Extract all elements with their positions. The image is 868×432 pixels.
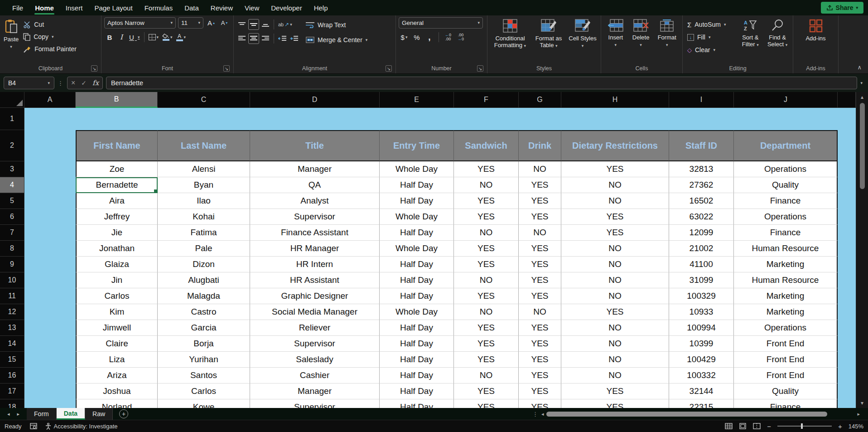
- delete-cells-button[interactable]: Delete▾: [629, 17, 653, 50]
- cell-C6[interactable]: Kohai: [158, 209, 250, 225]
- insert-cells-button[interactable]: Insert▾: [604, 17, 627, 50]
- cell-J15[interactable]: Front End: [734, 352, 838, 368]
- decrease-font-size-button[interactable]: A▾: [219, 18, 230, 29]
- cell-G3[interactable]: NO: [519, 161, 561, 177]
- row-header-17[interactable]: 17: [0, 383, 24, 399]
- cell-filler[interactable]: [838, 288, 856, 304]
- cell-I4[interactable]: 27362: [669, 177, 734, 193]
- cell-D8[interactable]: HR Manager: [250, 241, 380, 257]
- cell-B16[interactable]: Ariza: [76, 368, 158, 383]
- cell-styles-button[interactable]: Cell Styles ▾: [568, 17, 598, 51]
- menu-item-file[interactable]: File: [6, 0, 29, 15]
- share-button[interactable]: Share ▾: [821, 2, 863, 14]
- cell-C15[interactable]: Yurihan: [158, 352, 250, 368]
- fill-button[interactable]: ↓ Fill▾: [685, 32, 736, 43]
- cancel-entry-button[interactable]: ×: [71, 79, 75, 87]
- menu-item-formulas[interactable]: Formulas: [139, 0, 179, 15]
- cell-E4[interactable]: Half Day: [380, 177, 454, 193]
- horizontal-scrollbar-thumb[interactable]: [546, 412, 827, 417]
- cell-D4[interactable]: QA: [250, 177, 380, 193]
- cell-filler[interactable]: [838, 241, 856, 257]
- cell-H18[interactable]: YES: [561, 399, 669, 408]
- cell-F11[interactable]: YES: [454, 288, 519, 304]
- currency-format-button[interactable]: $▾: [399, 32, 410, 43]
- cell-C5[interactable]: Ilao: [158, 193, 250, 209]
- cell-I15[interactable]: 100429: [669, 352, 734, 368]
- zoom-out-button[interactable]: −: [767, 422, 771, 430]
- find-select-button[interactable]: Find & Select ▾: [765, 17, 790, 50]
- percent-format-button[interactable]: %: [411, 32, 422, 43]
- increase-decimal-button[interactable]: ←0.00: [443, 32, 453, 43]
- cell-G15[interactable]: YES: [519, 352, 561, 368]
- cell-B18[interactable]: Norland: [76, 399, 158, 408]
- expand-formula-bar-chevron-icon[interactable]: ▾: [860, 81, 864, 85]
- bold-button[interactable]: B: [104, 32, 115, 43]
- cell-J13[interactable]: Operations: [734, 320, 838, 336]
- scroll-left-arrow-icon[interactable]: ◂: [541, 411, 544, 417]
- menu-item-developer[interactable]: Developer: [265, 0, 308, 15]
- cell-I12[interactable]: 10933: [669, 304, 734, 320]
- cell-A8[interactable]: [24, 241, 76, 257]
- cell-F13[interactable]: YES: [454, 320, 519, 336]
- cell-B10[interactable]: Jin: [76, 272, 158, 288]
- row-header-12[interactable]: 12: [0, 304, 24, 320]
- cell-F9[interactable]: YES: [454, 257, 519, 272]
- cell-G10[interactable]: YES: [519, 272, 561, 288]
- page-break-view-button[interactable]: [753, 423, 761, 429]
- cell-B9[interactable]: Glaiza: [76, 257, 158, 272]
- cell-E13[interactable]: Half Day: [380, 320, 454, 336]
- new-sheet-button[interactable]: +: [119, 409, 128, 418]
- cell-filler[interactable]: [838, 336, 856, 352]
- menu-item-page-layout[interactable]: Page Layout: [88, 0, 138, 15]
- cell-filler[interactable]: [838, 209, 856, 225]
- cell-G13[interactable]: YES: [519, 320, 561, 336]
- cell-H15[interactable]: NO: [561, 352, 669, 368]
- cell-J9[interactable]: Marketing: [734, 257, 838, 272]
- cell-I10[interactable]: 31099: [669, 272, 734, 288]
- cell-C18[interactable]: Kowe: [158, 399, 250, 408]
- comma-format-button[interactable]: ,: [424, 32, 435, 43]
- cell-G14[interactable]: YES: [519, 336, 561, 352]
- cell-C10[interactable]: Alugbati: [158, 272, 250, 288]
- cell-E8[interactable]: Whole Day: [380, 241, 454, 257]
- cell-B17[interactable]: Joshua: [76, 383, 158, 399]
- sheet-tab-raw[interactable]: Raw: [85, 408, 113, 420]
- cell-B3[interactable]: Zoe: [76, 161, 158, 177]
- cell-E12[interactable]: Whole Day: [380, 304, 454, 320]
- cell-J11[interactable]: Marketing: [734, 288, 838, 304]
- cell-I9[interactable]: 41100: [669, 257, 734, 272]
- cell-C2[interactable]: Last Name: [158, 130, 250, 161]
- cell-A5[interactable]: [24, 193, 76, 209]
- cell-F17[interactable]: YES: [454, 383, 519, 399]
- cell-J5[interactable]: Finance: [734, 193, 838, 209]
- cell-I18[interactable]: 22315: [669, 399, 734, 408]
- scroll-down-arrow-icon[interactable]: ▾: [861, 398, 863, 408]
- wrap-text-button[interactable]: Wrap Text: [304, 19, 369, 30]
- cell-filler[interactable]: [838, 193, 856, 209]
- cell-E2[interactable]: Entry Time: [380, 130, 454, 161]
- cell-E5[interactable]: Half Day: [380, 193, 454, 209]
- column-header-I[interactable]: I: [669, 92, 734, 108]
- tab-scroll-left-icon[interactable]: ◂: [7, 411, 10, 417]
- cell-G1[interactable]: [519, 108, 561, 130]
- cell-E15[interactable]: Half Day: [380, 352, 454, 368]
- paste-button[interactable]: Paste▾: [3, 17, 19, 52]
- cell-J3[interactable]: Operations: [734, 161, 838, 177]
- cell-G17[interactable]: YES: [519, 383, 561, 399]
- cell-H6[interactable]: YES: [561, 209, 669, 225]
- cell-G7[interactable]: NO: [519, 225, 561, 241]
- cell-filler[interactable]: [838, 320, 856, 336]
- column-header-E[interactable]: E: [380, 92, 454, 108]
- cell-D15[interactable]: Saleslady: [250, 352, 380, 368]
- cell-D11[interactable]: Graphic Designer: [250, 288, 380, 304]
- cell-A2[interactable]: [24, 130, 76, 161]
- insert-function-button[interactable]: fx: [92, 79, 99, 87]
- cell-filler[interactable]: [838, 304, 856, 320]
- cell-filler[interactable]: [838, 108, 856, 130]
- align-top-button[interactable]: [236, 19, 247, 30]
- cell-H5[interactable]: NO: [561, 193, 669, 209]
- format-painter-button[interactable]: Format Painter: [21, 44, 78, 54]
- cell-B13[interactable]: Jimwell: [76, 320, 158, 336]
- cell-H17[interactable]: YES: [561, 383, 669, 399]
- number-format-select[interactable]: General▾: [399, 17, 483, 29]
